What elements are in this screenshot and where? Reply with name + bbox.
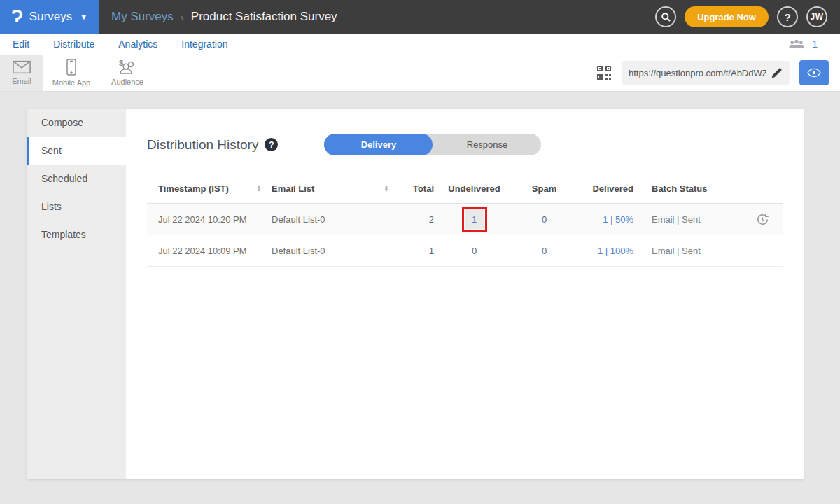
table-row: Jul 22 2024 10:20 PM Default List-0 2 1 … (147, 204, 783, 235)
sidebar-item-templates[interactable]: Templates (27, 220, 126, 248)
user-avatar[interactable]: JW (806, 6, 827, 27)
cell-total: 1 (399, 246, 434, 256)
cell-email-list: Default List-0 (272, 246, 399, 256)
header-bar: My Surveys › Product Satisfaction Survey… (99, 0, 840, 34)
sidebar-item-label: Lists (41, 201, 62, 212)
mobile-phone-icon (66, 59, 76, 76)
content-card: Compose Sent Scheduled Lists Templates D… (27, 108, 804, 479)
history-refresh-icon (756, 213, 769, 226)
col-timestamp: Timestamp (IST) ▲▼ (147, 183, 272, 194)
sidebar-item-label: Templates (41, 229, 86, 240)
search-icon (661, 12, 671, 22)
toggle-delivery[interactable]: Delivery (324, 134, 433, 155)
cell-spam: 0 (514, 214, 574, 225)
col-spam: Spam (514, 183, 574, 194)
distribution-history-help-icon[interactable]: ? (265, 138, 278, 151)
col-email-list: Email List ▲▼ (272, 183, 399, 194)
sidebar-item-label: Sent (41, 145, 62, 156)
annotation-highlight-box: 1 (462, 206, 487, 232)
col-batch-status: Batch Status (634, 183, 742, 194)
tab-edit[interactable]: Edit (13, 38, 29, 50)
channel-email[interactable]: Email (0, 55, 43, 91)
page-body: Compose Sent Scheduled Lists Templates D… (0, 92, 840, 504)
survey-link-tools: https://questionpro.com/t/AbDdWZ (596, 55, 840, 91)
breadcrumb-my-surveys[interactable]: My Surveys (111, 10, 174, 24)
cell-total: 2 (399, 214, 434, 225)
upgrade-now-button[interactable]: Upgrade Now (685, 6, 769, 27)
undelivered-count-link[interactable]: 1 (465, 209, 484, 229)
col-total: Total (399, 183, 434, 194)
cell-spam: 0 (514, 246, 574, 256)
col-email-list-label: Email List (272, 183, 314, 194)
sent-main-panel: Distribution History ? Delivery Response… (126, 108, 804, 479)
distribute-sidebar: Compose Sent Scheduled Lists Templates (27, 108, 126, 479)
sidebar-item-label: Scheduled (41, 173, 88, 184)
help-button[interactable]: ? (777, 6, 798, 27)
cell-timestamp: Jul 22 2024 10:09 PM (147, 246, 272, 256)
preview-survey-button[interactable] (799, 60, 829, 85)
collaborators-indicator[interactable]: 1 (788, 38, 827, 50)
product-name: Surveys (29, 10, 72, 24)
search-button[interactable] (655, 6, 676, 27)
tab-distribute[interactable]: Distribute (53, 38, 94, 50)
section-tab-bar: Edit Distribute Analytics Integration 1 (0, 34, 840, 55)
collaborators-count: 1 (812, 38, 818, 50)
breadcrumb-separator-icon: › (181, 11, 184, 23)
eye-icon (807, 68, 821, 78)
channel-email-label: Email (12, 77, 31, 85)
sidebar-item-sent[interactable]: Sent (27, 136, 126, 164)
breadcrumb-current-survey: Product Satisfaction Survey (191, 10, 337, 24)
edit-pencil-icon[interactable] (771, 67, 783, 79)
surveys-menu-button[interactable]: Ɂ Surveys ▼ (0, 0, 99, 34)
cell-actions (742, 213, 783, 226)
sort-timestamp-icon[interactable]: ▲▼ (256, 186, 262, 192)
header-actions: Upgrade Now ? JW (655, 6, 827, 27)
tab-analytics[interactable]: Analytics (118, 38, 158, 50)
col-undelivered: Undelivered (434, 183, 514, 194)
svg-text:$: $ (119, 59, 123, 67)
toggle-response[interactable]: Response (433, 134, 541, 155)
channel-audience-label: Audience (111, 78, 144, 86)
qr-code-icon[interactable] (596, 65, 612, 80)
questionpro-logo-icon: Ɂ (11, 7, 23, 25)
cell-delivered[interactable]: 1 | 100% (574, 246, 634, 256)
channel-mobile-app-label: Mobile App (52, 78, 90, 87)
email-icon (13, 60, 31, 74)
chevron-down-icon: ▼ (80, 13, 88, 21)
sidebar-item-scheduled[interactable]: Scheduled (27, 164, 126, 192)
delivery-response-toggle: Delivery Response (324, 134, 541, 155)
col-delivered: Delivered (574, 183, 634, 194)
table-row: Jul 22 2024 10:09 PM Default List-0 1 0 … (147, 235, 783, 267)
sidebar-item-compose[interactable]: Compose (27, 108, 126, 136)
survey-url-text[interactable]: https://questionpro.com/t/AbDdWZ (629, 68, 766, 78)
top-header: Ɂ Surveys ▼ My Surveys › Product Satisfa… (0, 0, 840, 34)
cell-delivered[interactable]: 1 | 50% (574, 214, 634, 225)
survey-url-field[interactable]: https://questionpro.com/t/AbDdWZ (622, 61, 790, 85)
page-title: Distribution History (147, 137, 258, 153)
cell-undelivered: 1 (434, 206, 514, 232)
cell-batch-status: Email | Sent (634, 214, 742, 225)
col-timestamp-label: Timestamp (IST) (158, 183, 229, 194)
title-row: Distribution History ? Delivery Response (147, 134, 783, 155)
distribute-toolbar: Email Mobile App $ Audience https://ques… (0, 55, 840, 92)
breadcrumb: My Surveys › Product Satisfaction Survey (111, 10, 337, 24)
resend-history-button[interactable] (756, 213, 769, 226)
tab-integration[interactable]: Integration (181, 38, 227, 50)
sort-email-list-icon[interactable]: ▲▼ (384, 186, 389, 192)
audience-dollar-icon: $ (118, 59, 137, 75)
cell-timestamp: Jul 22 2024 10:20 PM (147, 214, 272, 225)
cell-batch-status: Email | Sent (634, 246, 742, 256)
cell-email-list: Default List-0 (272, 214, 399, 225)
table-header-row: Timestamp (IST) ▲▼ Email List ▲▼ Total U… (147, 174, 783, 204)
channel-mobile-app[interactable]: Mobile App (43, 55, 99, 91)
sidebar-item-label: Compose (41, 117, 83, 128)
channel-audience[interactable]: $ Audience (99, 55, 155, 91)
cell-undelivered: 0 (434, 246, 514, 256)
people-group-icon (788, 38, 805, 50)
distribution-history-table: Timestamp (IST) ▲▼ Email List ▲▼ Total U… (147, 174, 783, 267)
sidebar-item-lists[interactable]: Lists (27, 192, 126, 220)
section-tabs: Edit Distribute Analytics Integration (13, 38, 227, 50)
